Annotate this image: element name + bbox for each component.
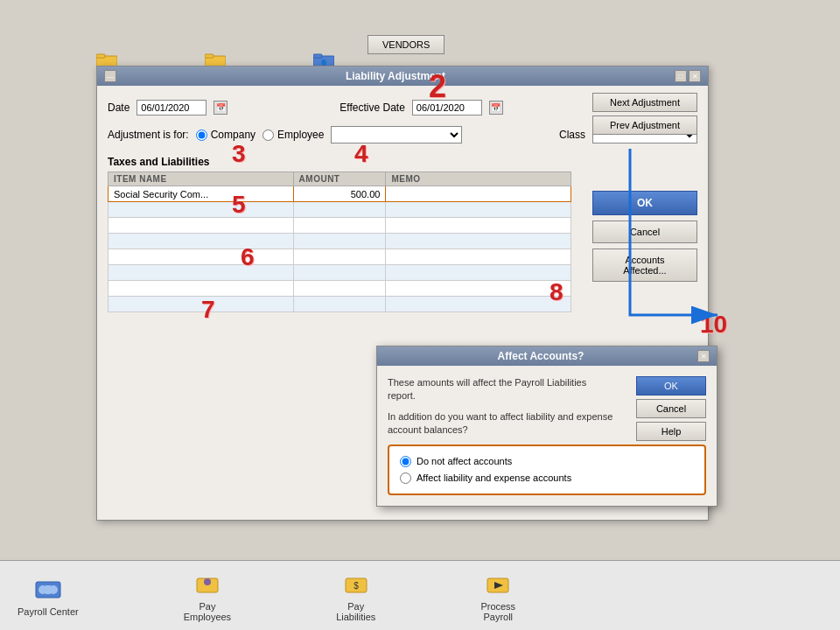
svg-rect-11 — [46, 585, 51, 594]
employee-radio-group: Employee — [262, 129, 324, 141]
affect-accounts-dialog: Affect Accounts? ✕ OK Cancel Help These … — [376, 346, 718, 507]
do-not-affect-label: Do not affect accounts — [416, 456, 512, 466]
maximize-button[interactable]: □ — [675, 70, 687, 82]
affect-text-1: These amounts will affect the Payroll Li… — [388, 376, 615, 403]
pay-employees-icon — [193, 570, 221, 598]
affect-text-2: In addition do you want to affect liabil… — [388, 410, 615, 438]
taskbar-pay-employees[interactable]: Pay Employees — [184, 570, 231, 622]
table-row-6[interactable] — [108, 265, 571, 281]
process-payroll-label: Process Payroll — [480, 601, 515, 622]
svg-point-13 — [204, 578, 211, 585]
affect-ok-button[interactable]: OK — [636, 376, 706, 396]
table-row-7[interactable] — [108, 281, 571, 297]
company-label: Company — [211, 129, 256, 141]
top-right-buttons: Next Adjustment Prev Adjustment — [592, 93, 697, 135]
accounts-affected-button[interactable]: Accounts Affected... — [592, 248, 697, 282]
amount-cell: 500.00 — [293, 186, 386, 202]
table-row-8[interactable] — [108, 297, 571, 312]
affect-buttons: OK Cancel Help — [636, 376, 706, 441]
taskbar-pay-liabilities[interactable]: $ Pay Liabilities — [336, 570, 375, 622]
window-titlebar: — Liability Adjustment □ ✕ — [97, 66, 708, 86]
employee-radio[interactable] — [262, 130, 274, 141]
taxes-liabilities-title: Taxes and Liabilities — [108, 156, 697, 168]
table-row-5[interactable] — [108, 249, 571, 265]
taskbar: Payroll Center Pay Employees $ Pay Liabi… — [0, 560, 840, 630]
svg-rect-1 — [96, 54, 105, 58]
svg-rect-5 — [313, 54, 322, 58]
process-payroll-icon — [484, 570, 512, 598]
affect-titlebar: Affect Accounts? ✕ — [377, 346, 717, 366]
do-not-affect-radio[interactable] — [400, 456, 411, 467]
prev-adjustment-button[interactable]: Prev Adjustment — [592, 116, 697, 135]
affect-liability-radio[interactable] — [400, 472, 411, 484]
table-row-4[interactable] — [108, 234, 571, 249]
taskbar-payroll-center[interactable]: Payroll Center — [18, 575, 79, 617]
affect-cancel-button[interactable]: Cancel — [636, 399, 706, 418]
affect-help-button[interactable]: Help — [636, 422, 706, 441]
pay-liabilities-icon: $ — [342, 570, 370, 598]
svg-text:$: $ — [354, 581, 359, 591]
table-row-1[interactable]: Social Security Com... 500.00 — [108, 186, 571, 202]
effective-date-input[interactable] — [412, 100, 482, 116]
do-not-affect-row: Do not affect accounts — [400, 453, 694, 470]
effective-date-label: Effective Date — [340, 102, 404, 114]
close-button[interactable]: ✕ — [689, 70, 701, 82]
pay-liabilities-label: Pay Liabilities — [336, 601, 375, 622]
taskbar-process-payroll[interactable]: Process Payroll — [480, 570, 515, 622]
memo-header: MEMO — [386, 172, 571, 186]
next-adjustment-button[interactable]: Next Adjustment — [592, 93, 697, 112]
affect-radio-section: Do not affect accounts Affect liability … — [388, 444, 706, 495]
company-radio-group: Company — [196, 129, 256, 141]
effective-date-section: Effective Date 📅 — [340, 100, 502, 116]
taxes-table: ITEM NAME AMOUNT MEMO Social Security Co… — [108, 172, 571, 312]
pay-employees-label: Pay Employees — [184, 601, 231, 622]
table-row-3[interactable] — [108, 218, 571, 234]
affect-title: Affect Accounts? — [384, 350, 697, 362]
vendors-button[interactable]: VENDORS — [368, 35, 444, 54]
table-row-2[interactable] — [108, 202, 571, 218]
affect-body: OK Cancel Help These amounts will affect… — [377, 366, 717, 506]
ok-button-main[interactable]: OK — [592, 191, 697, 215]
cancel-button-main[interactable]: Cancel — [592, 220, 697, 243]
employee-dropdown[interactable] — [331, 126, 462, 144]
adjustment-for-label: Adjustment is for: — [108, 129, 189, 141]
item-name-cell: Social Security Com... — [108, 186, 294, 202]
effective-date-calendar-icon[interactable]: 📅 — [489, 101, 503, 115]
item-name-header: ITEM NAME — [108, 172, 294, 186]
class-label: Class — [559, 129, 585, 141]
window-right-controls: □ ✕ — [675, 70, 701, 82]
affect-liability-row: Affect liability and expense accounts — [400, 470, 694, 486]
employee-label: Employee — [277, 129, 324, 141]
minimize-button[interactable]: — — [104, 70, 116, 82]
memo-cell — [386, 186, 571, 202]
affect-liability-label: Affect liability and expense accounts — [416, 472, 571, 483]
payroll-center-icon — [34, 575, 62, 603]
window-title: Liability Adjustment — [116, 70, 675, 82]
company-radio[interactable] — [196, 130, 207, 141]
svg-rect-3 — [205, 54, 214, 58]
date-calendar-icon[interactable]: 📅 — [214, 101, 228, 115]
amount-header: AMOUNT — [293, 172, 386, 186]
payroll-center-label: Payroll Center — [18, 606, 79, 617]
affect-close-button[interactable]: ✕ — [697, 350, 710, 362]
window-controls: — — [104, 70, 116, 82]
date-input[interactable] — [136, 100, 206, 116]
date-label: Date — [108, 102, 130, 114]
